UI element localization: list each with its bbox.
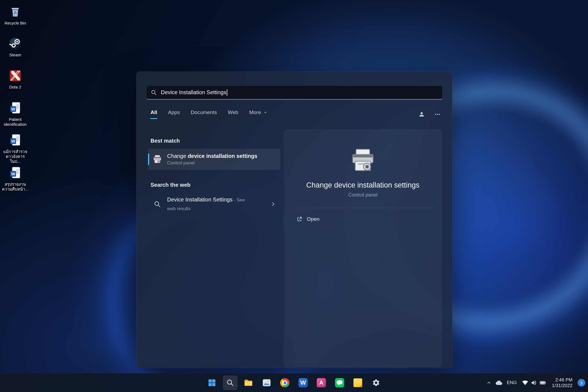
- web-search-result[interactable]: Device Installation Settings - See web r…: [148, 194, 280, 215]
- steam-icon: [8, 36, 22, 51]
- quick-settings-group[interactable]: [521, 379, 547, 386]
- printer-device-icon-large: [349, 147, 376, 174]
- tab-label: More: [249, 109, 261, 115]
- tray-chevron-up-icon[interactable]: [485, 379, 492, 386]
- app-a-icon: A: [317, 378, 326, 387]
- desktop-icon-word-doc-1[interactable]: W Patient identification: [0, 101, 30, 127]
- taskbar-search-button[interactable]: [223, 375, 238, 390]
- sticky-notes-icon: [354, 378, 362, 387]
- recycle-bin-icon: [8, 5, 22, 19]
- divider: [291, 208, 435, 208]
- tab-label: Documents: [191, 109, 217, 115]
- search-icon: [151, 90, 157, 96]
- printer-device-icon: [152, 154, 162, 164]
- file-explorer-icon: [244, 378, 253, 387]
- open-external-icon: [296, 216, 302, 222]
- chevron-right-icon: [270, 201, 276, 207]
- best-match-text: Change device installation settings Cont…: [167, 153, 257, 166]
- tab-more[interactable]: More: [249, 109, 267, 119]
- tab-label: Apps: [168, 109, 180, 115]
- word-document-icon: W: [8, 166, 22, 180]
- tab-documents[interactable]: Documents: [191, 109, 217, 119]
- sticky-notes-button[interactable]: [351, 375, 365, 390]
- desktop-icon-label: Patient identification: [1, 117, 30, 127]
- search-panel: Device Installation Settings All Apps Do…: [136, 72, 452, 368]
- taskbar-app-icons: W A: [205, 375, 384, 390]
- search-filter-tabs: All Apps Documents Web More: [151, 109, 268, 119]
- word-button[interactable]: W: [296, 375, 311, 390]
- best-match-title: Change device installation settings: [167, 153, 257, 159]
- best-match-subtitle: Control panel: [167, 160, 257, 166]
- open-label: Open: [307, 216, 319, 222]
- word-icon: W: [299, 378, 308, 387]
- app-a-button[interactable]: A: [314, 375, 329, 390]
- search-icon: [152, 199, 162, 209]
- chevron-down-icon: [263, 110, 268, 115]
- desktop-icon-label: Recycle Bin: [4, 21, 26, 26]
- desktop-icon-dota2[interactable]: Dota 2: [0, 69, 30, 90]
- web-result-text: Device Installation Settings - See web r…: [167, 195, 253, 213]
- clock[interactable]: 2:46 PM 1/31/2022: [550, 377, 574, 388]
- open-action[interactable]: Open: [296, 216, 441, 222]
- desktop-screen: Recycle Bin Steam Dota 2: [0, 0, 588, 392]
- search-input[interactable]: Device Installation Settings: [146, 85, 443, 100]
- search-icon: [226, 379, 234, 387]
- desktop-icon-label: Steam: [9, 53, 21, 57]
- photos-button[interactable]: [259, 375, 274, 390]
- selection-indicator: [148, 154, 149, 165]
- desktop-icon-word-doc-2[interactable]: W แม้การสำรวจ ดาวอังคารในป...: [0, 133, 30, 164]
- svg-text:W: W: [11, 139, 15, 143]
- text-caret: [227, 89, 227, 96]
- language-indicator[interactable]: ENG: [506, 380, 518, 385]
- settings-button[interactable]: [369, 375, 384, 390]
- photos-icon: [262, 378, 271, 387]
- clock-date: 1/31/2022: [552, 383, 572, 388]
- best-match-result[interactable]: Change device installation settings Cont…: [148, 149, 280, 170]
- search-the-web-heading: Search the web: [151, 182, 191, 188]
- tab-all[interactable]: All: [151, 109, 157, 119]
- gear-icon: [372, 379, 380, 387]
- preview-pane: Change device installation settings Cont…: [284, 130, 442, 367]
- dota2-icon: [8, 69, 22, 83]
- line-button[interactable]: [332, 375, 347, 390]
- tab-label: All: [151, 109, 157, 115]
- best-match-heading: Best match: [151, 138, 180, 144]
- desktop-icon-recycle-bin[interactable]: Recycle Bin: [0, 5, 30, 26]
- chrome-icon: [280, 378, 290, 387]
- desktop-icon-label: สรุปรายงาน ความคืบหน้า...: [1, 182, 30, 192]
- account-icon[interactable]: [418, 111, 425, 118]
- desktop-icon-label: Dota 2: [9, 85, 21, 90]
- system-tray: ENG 2:46 PM 1/31/2022 3: [485, 373, 585, 392]
- desktop-icon-word-doc-3[interactable]: W สรุปรายงาน ความคืบหน้า...: [0, 166, 30, 192]
- start-button[interactable]: [205, 375, 219, 390]
- chrome-button[interactable]: [278, 375, 292, 390]
- onedrive-cloud-icon[interactable]: [495, 379, 503, 386]
- word-document-icon: W: [8, 101, 22, 115]
- clock-time: 2:46 PM: [552, 377, 572, 383]
- preview-title: Change device installation settings: [284, 181, 441, 189]
- desktop-icon-label: แม้การสำรวจ ดาวอังคารในป...: [1, 149, 30, 164]
- tab-web[interactable]: Web: [228, 109, 238, 119]
- tab-apps[interactable]: Apps: [168, 109, 180, 119]
- file-explorer-button[interactable]: [241, 375, 256, 390]
- tab-label: Web: [228, 109, 238, 115]
- wifi-icon: [522, 380, 528, 386]
- windows-logo-icon: [208, 379, 216, 387]
- word-document-icon: W: [8, 133, 22, 147]
- line-messenger-icon: [335, 378, 344, 387]
- taskbar: W A ENG: [0, 373, 588, 392]
- notification-badge[interactable]: 3: [578, 379, 585, 387]
- ellipsis-icon[interactable]: [434, 111, 441, 118]
- battery-icon: [540, 379, 546, 386]
- desktop-icon-steam[interactable]: Steam: [0, 36, 30, 57]
- preview-subtitle: Control panel: [284, 192, 441, 198]
- search-header-actions: [418, 111, 441, 118]
- volume-icon: [531, 380, 537, 386]
- search-query-text: Device Installation Settings: [161, 89, 226, 96]
- svg-text:W: W: [11, 107, 15, 111]
- svg-text:W: W: [11, 171, 15, 176]
